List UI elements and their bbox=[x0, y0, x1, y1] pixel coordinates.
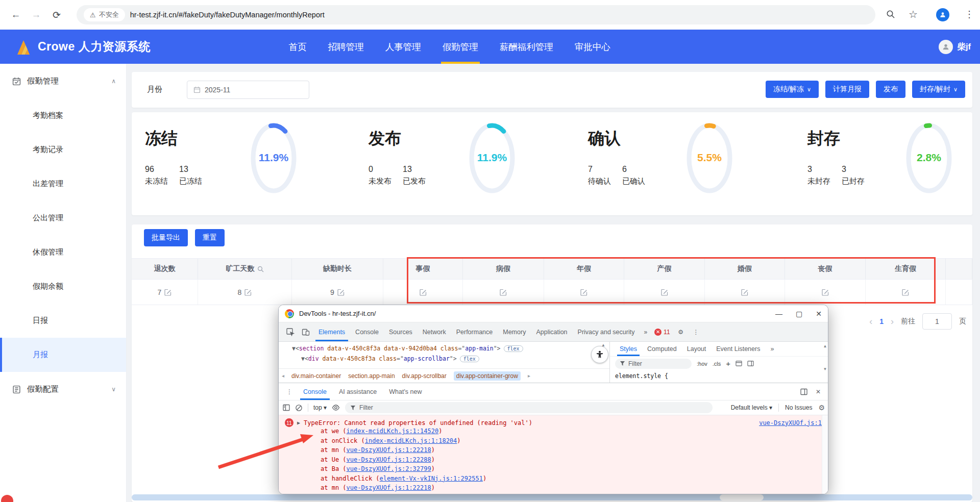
flex-badge[interactable]: flex bbox=[460, 356, 479, 362]
sidebar-item-考勤记录[interactable]: 考勤记录 bbox=[0, 133, 126, 167]
console-settings-gear-icon[interactable]: ⚙ bbox=[818, 404, 825, 412]
minimize-icon[interactable]: — bbox=[775, 310, 782, 318]
flex-badge[interactable]: flex bbox=[504, 345, 523, 352]
devtools-tab-Performance[interactable]: Performance bbox=[451, 322, 498, 341]
console-sidebar-icon[interactable] bbox=[283, 404, 290, 411]
sidebar-item-出差管理[interactable]: 出差管理 bbox=[0, 167, 126, 201]
horizontal-scrollbar-thumb[interactable] bbox=[720, 494, 764, 500]
nav-item-人事管理[interactable]: 人事管理 bbox=[375, 30, 432, 64]
edit-icon[interactable] bbox=[500, 289, 507, 296]
table-button-批量导出[interactable]: 批量导出 bbox=[144, 229, 188, 246]
edit-icon[interactable] bbox=[164, 289, 172, 296]
dom-tree-line[interactable]: ▼<div data-v-450c8f3a class="app-scrollb… bbox=[301, 355, 479, 362]
sidebar-item-月报[interactable]: 月报 bbox=[0, 338, 126, 372]
styles-scrollbar[interactable]: ▲▼ bbox=[822, 344, 828, 380]
log-levels-dropdown[interactable]: Default levels ▾ bbox=[731, 404, 772, 411]
edit-icon[interactable] bbox=[661, 289, 668, 296]
source-link[interactable]: vue-DszyXUOf.js:1:22218 bbox=[347, 484, 431, 491]
breadcrumb-section.app-main[interactable]: section.app-main bbox=[348, 372, 395, 380]
dock-pane-icon[interactable] bbox=[747, 360, 754, 367]
user-menu[interactable]: 柴jf bbox=[939, 40, 971, 54]
action-button-发布[interactable]: 发布 bbox=[876, 81, 905, 98]
source-link[interactable]: index-mcidLKch.js:1:18204 bbox=[365, 437, 457, 444]
dock-drawer-icon[interactable] bbox=[800, 388, 807, 395]
edit-icon[interactable] bbox=[741, 289, 748, 296]
month-picker-input[interactable]: 2025-11 bbox=[187, 81, 309, 99]
table-button-重置[interactable]: 重置 bbox=[195, 229, 225, 246]
sidebar-item-公出管理[interactable]: 公出管理 bbox=[0, 201, 126, 235]
device-toolbar-icon[interactable] bbox=[298, 322, 313, 341]
devtools-settings-gear-icon[interactable]: ⚙ bbox=[673, 322, 689, 341]
styles-tab-Computed[interactable]: Computed bbox=[643, 342, 681, 356]
source-link[interactable]: vue-DszyXUOf.js:1:22218 bbox=[347, 446, 431, 454]
sidebar-item-休假管理[interactable]: 休假管理 bbox=[0, 235, 126, 269]
nav-item-审批中心[interactable]: 审批中心 bbox=[564, 30, 621, 64]
horizontal-scrollbar[interactable] bbox=[132, 494, 972, 500]
console-filter-input[interactable]: Filter bbox=[345, 402, 713, 413]
sidebar-item-假期余额[interactable]: 假期余额 bbox=[0, 269, 126, 304]
edit-icon[interactable] bbox=[244, 289, 252, 296]
styles-tab-Layout[interactable]: Layout bbox=[682, 342, 711, 356]
issues-counter[interactable]: No Issues bbox=[785, 404, 812, 411]
goto-page-input[interactable] bbox=[922, 313, 952, 330]
styles-tab-Styles[interactable]: Styles bbox=[615, 342, 642, 356]
nav-item-假勤管理[interactable]: 假勤管理 bbox=[432, 30, 489, 64]
devtools-titlebar[interactable]: DevTools - hr-test.zjf-it.cn/ — ▢ ✕ bbox=[279, 305, 828, 322]
devtools-tab-Application[interactable]: Application bbox=[531, 322, 572, 341]
close-drawer-icon[interactable]: ✕ bbox=[816, 388, 821, 395]
action-button-计算月报[interactable]: 计算月报 bbox=[825, 81, 869, 98]
browser-menu-kebab-icon[interactable]: ⋮ bbox=[961, 6, 978, 23]
action-button-冻结/解冻[interactable]: 冻结/解冻∨ bbox=[766, 81, 819, 98]
devtools-tab-Elements[interactable]: Elements bbox=[313, 322, 350, 341]
source-link[interactable]: vue-DszyXUOf.js:1:22288 bbox=[347, 494, 431, 495]
sidebar-item-考勤档案[interactable]: 考勤档案 bbox=[0, 98, 126, 133]
next-page-icon[interactable]: › bbox=[891, 316, 894, 327]
sidebar-group-config[interactable]: 假勤配置 ∨ bbox=[0, 372, 126, 407]
source-link[interactable]: vue-DszyXUOf.js:2:32799 bbox=[347, 465, 431, 472]
computed-sidebar-icon[interactable] bbox=[736, 360, 742, 367]
action-button-封存/解封[interactable]: 封存/解封∨ bbox=[912, 81, 965, 98]
nav-item-薪酬福利管理[interactable]: 薪酬福利管理 bbox=[489, 30, 564, 64]
error-source-link[interactable]: vue-DszyXUOf.js:1 bbox=[759, 419, 822, 426]
console-tab-Console[interactable]: Console bbox=[297, 383, 333, 400]
console-scrollbar[interactable] bbox=[822, 415, 828, 494]
dom-tree-line[interactable]: ▼<section data-v-450c8f3a data-v-942d0ba… bbox=[292, 345, 523, 352]
column-search-icon[interactable] bbox=[257, 266, 264, 272]
close-icon[interactable]: ✕ bbox=[816, 310, 822, 318]
console-tab-AI assistance[interactable]: AI assistance bbox=[333, 383, 383, 400]
sidebar-item-日报[interactable]: 日报 bbox=[0, 304, 126, 338]
nav-item-招聘管理[interactable]: 招聘管理 bbox=[317, 30, 375, 64]
forward-icon[interactable]: → bbox=[28, 6, 45, 23]
edit-icon[interactable] bbox=[580, 289, 587, 296]
devtools-tab-Network[interactable]: Network bbox=[418, 322, 451, 341]
page-number[interactable]: 1 bbox=[879, 317, 884, 325]
reload-icon[interactable]: ⟳ bbox=[48, 6, 65, 23]
console-kebab-icon[interactable]: ⋮ bbox=[282, 383, 297, 400]
edit-icon[interactable] bbox=[420, 289, 427, 296]
source-link[interactable]: element-Vx-vkINj.js:1:292551 bbox=[380, 475, 483, 482]
live-expression-eye-icon[interactable] bbox=[332, 404, 340, 412]
breadcrumb-div.app-scrollbar[interactable]: div.app-scrollbar bbox=[402, 372, 447, 380]
nav-item-首页[interactable]: 首页 bbox=[278, 30, 317, 64]
source-link[interactable]: vue-DszyXUOf.js:1:22288 bbox=[347, 456, 431, 463]
source-link[interactable]: index-mcidLKch.js:1:14520 bbox=[347, 428, 439, 435]
more-tabs-icon[interactable]: » bbox=[640, 329, 651, 336]
devtools-tab-Console[interactable]: Console bbox=[350, 322, 384, 341]
clear-console-icon[interactable] bbox=[295, 404, 303, 412]
devtools-tab-Memory[interactable]: Memory bbox=[498, 322, 531, 341]
pseudo-state-button[interactable]: :hov bbox=[697, 361, 707, 367]
devtools-tab-Sources[interactable]: Sources bbox=[384, 322, 418, 341]
sidebar-group-attendance[interactable]: 假勤管理 ∧ bbox=[0, 64, 126, 98]
console-tab-What's new[interactable]: What's new bbox=[383, 383, 428, 400]
styles-tab-Event Listeners[interactable]: Event Listeners bbox=[712, 342, 765, 356]
class-toggle-button[interactable]: .cls bbox=[713, 361, 721, 367]
bookmark-star-icon[interactable]: ☆ bbox=[904, 6, 922, 23]
elements-dom-tree[interactable]: ▼<section data-v-450c8f3a data-v-942d0ba… bbox=[279, 342, 609, 368]
breadcrumb-div.main-container[interactable]: div.main-container bbox=[291, 372, 341, 380]
browser-profile-avatar[interactable] bbox=[936, 8, 949, 21]
accessibility-person-icon[interactable] bbox=[591, 346, 608, 363]
edit-icon[interactable] bbox=[822, 289, 829, 296]
edit-icon[interactable] bbox=[902, 289, 909, 296]
context-selector[interactable]: top ▾ bbox=[313, 404, 327, 411]
zoom-icon[interactable] bbox=[882, 6, 899, 23]
